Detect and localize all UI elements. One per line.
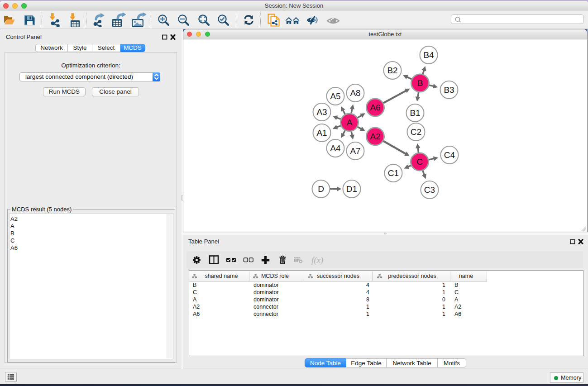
svg-text:D1: D1 [346,184,357,194]
svg-text:A5: A5 [330,91,340,101]
svg-text:f(x): f(x) [311,255,323,265]
svg-text:B4: B4 [423,50,434,60]
svg-text:C4: C4 [444,150,455,160]
svg-text:D: D [318,184,324,194]
svg-text:C1: C1 [388,168,399,178]
svg-text:C2: C2 [411,127,421,137]
svg-text:B: B [417,78,423,88]
svg-text:A7: A7 [350,146,360,156]
svg-text:B3: B3 [444,85,454,95]
svg-text:A2: A2 [370,132,380,141]
svg-text:C3: C3 [424,185,435,195]
svg-text:A4: A4 [330,143,341,153]
svg-text:A3: A3 [316,107,327,117]
svg-text:A6: A6 [370,103,380,112]
svg-text:B1: B1 [410,108,420,118]
svg-text:A1: A1 [316,128,327,138]
svg-text:A: A [347,118,353,127]
svg-text:C: C [416,157,423,167]
svg-text:B2: B2 [387,66,397,75]
svg-text:A8: A8 [350,88,360,98]
